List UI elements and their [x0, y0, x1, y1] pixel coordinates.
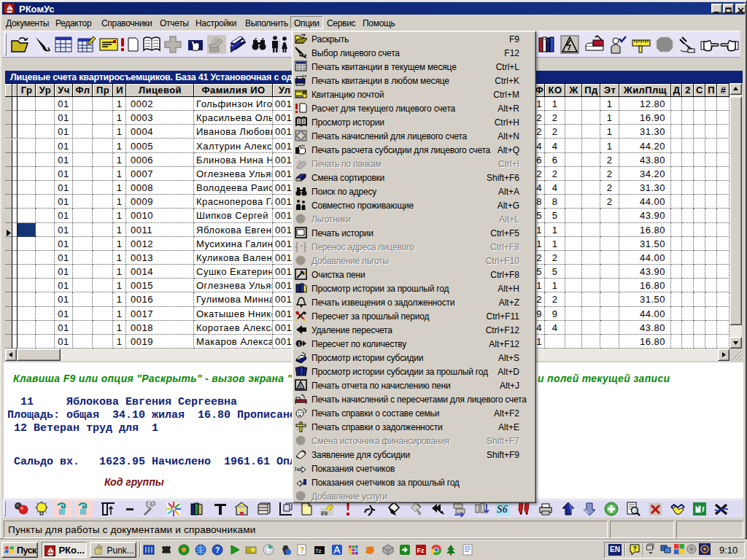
svg-text:1: 1: [298, 341, 301, 347]
svg-text:?: ?: [215, 546, 220, 554]
svg-text:I: I: [295, 465, 297, 472]
svg-text:7z: 7z: [315, 548, 321, 554]
svg-text:Fz: Fz: [417, 547, 425, 554]
svg-text:?: ?: [633, 545, 638, 552]
svg-text:S6: S6: [497, 504, 508, 515]
svg-text:?: ?: [300, 546, 304, 554]
